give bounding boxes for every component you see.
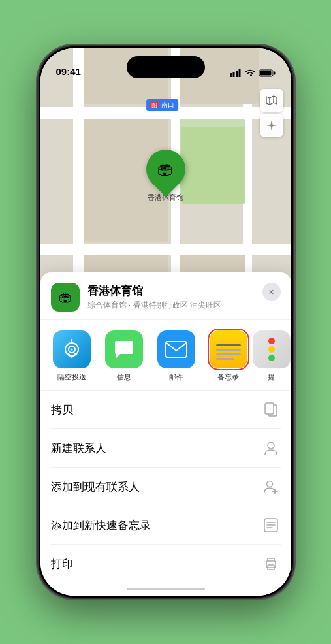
share-row: 隔空投送 信息 [40, 320, 291, 391]
action-list: 拷贝 新建联系人 [40, 391, 291, 583]
stadium-pin[interactable]: 🏟 香港体育馆 [146, 150, 185, 202]
bottom-sheet: 🏟 香港体育馆 综合体育馆 · 香港特别行政区 油尖旺区 × [40, 272, 291, 596]
print-icon [264, 557, 278, 570]
notes-label: 备忘录 [217, 372, 239, 382]
action-item-copy[interactable]: 拷贝 [51, 391, 281, 429]
mail-label: 邮件 [169, 372, 183, 382]
copy-label: 拷贝 [51, 402, 73, 417]
svg-rect-0 [230, 73, 232, 77]
sheet-header: 🏟 香港体育馆 综合体育馆 · 香港特别行政区 油尖旺区 × [40, 272, 291, 320]
status-time: 09:41 [56, 66, 81, 78]
dot-yellow [268, 346, 275, 353]
home-indicator [127, 588, 205, 590]
person-icon [264, 440, 278, 456]
add-to-notes-label: 添加到新快速备忘录 [51, 518, 151, 533]
more-icon [253, 330, 291, 368]
status-icons [230, 69, 276, 78]
share-item-mail[interactable]: 邮件 [153, 330, 200, 382]
location-button[interactable] [260, 114, 283, 137]
notes-lines-graphic [216, 339, 241, 360]
quick-note-icon-wrap [261, 515, 281, 535]
venue-icon: 🏟 [51, 283, 80, 312]
person-add-icon-wrap [261, 477, 281, 496]
share-item-more[interactable]: 提 [257, 330, 286, 382]
action-item-add-to-notes[interactable]: 添加到新快速备忘录 [51, 506, 281, 545]
svg-rect-2 [236, 71, 238, 77]
print-label: 打印 [51, 556, 73, 572]
close-button[interactable]: × [262, 283, 281, 301]
copy-icon-wrap [261, 400, 281, 419]
share-item-notes[interactable]: 备忘录 [205, 330, 252, 382]
stadium-icon: 🏟 [157, 159, 174, 180]
add-to-contact-label: 添加到现有联系人 [51, 479, 140, 494]
quick-note-icon [264, 518, 278, 532]
airdrop-label: 隔空投送 [57, 372, 86, 382]
print-icon-wrap [261, 554, 281, 573]
person-add-icon [263, 479, 279, 494]
mail-icon [157, 330, 195, 368]
svg-rect-1 [232, 72, 234, 77]
signal-icon [230, 69, 241, 77]
svg-point-14 [268, 442, 274, 449]
new-contact-label: 新建联系人 [51, 441, 106, 456]
venue-description: 综合体育馆 · 香港特别行政区 油尖旺区 [87, 300, 281, 311]
wifi-icon [245, 69, 255, 77]
compass-icon [266, 120, 277, 131]
copy-icon [264, 402, 278, 417]
svg-rect-5 [274, 72, 276, 75]
more-colors [268, 331, 275, 368]
svg-rect-3 [238, 69, 240, 77]
pin-marker: 🏟 [138, 142, 193, 197]
dynamic-island [127, 56, 205, 78]
action-item-print[interactable]: 打印 [51, 545, 281, 583]
svg-rect-6 [260, 71, 271, 76]
airdrop-icon [53, 330, 91, 368]
mail-symbol [165, 341, 187, 358]
message-icon [105, 330, 143, 368]
person-icon-wrap [261, 438, 281, 458]
airdrop-symbol [61, 339, 82, 360]
phone-screen: 09:41 [40, 48, 291, 596]
message-symbol [114, 340, 134, 359]
share-item-message[interactable]: 信息 [101, 330, 148, 382]
venue-info: 香港体育馆 综合体育馆 · 香港特别行政区 油尖旺区 [87, 283, 281, 311]
svg-point-15 [266, 481, 272, 487]
share-item-airdrop[interactable]: 隔空投送 [48, 330, 95, 382]
action-item-add-to-contact[interactable]: 添加到现有联系人 [51, 468, 281, 506]
svg-rect-13 [265, 403, 274, 414]
svg-point-9 [71, 349, 72, 351]
map-location-label: 图 南口 [146, 99, 179, 111]
message-label: 信息 [117, 372, 131, 382]
dot-red [268, 338, 275, 344]
dot-green [268, 355, 275, 361]
venue-name: 香港体育馆 [87, 283, 281, 298]
notes-icon [210, 330, 247, 368]
svg-rect-11 [166, 342, 187, 357]
battery-icon [259, 69, 276, 77]
phone-frame: 09:41 [39, 46, 293, 598]
map-type-icon [265, 94, 278, 107]
map-type-button[interactable] [260, 89, 283, 112]
action-item-new-contact[interactable]: 新建联系人 [51, 429, 281, 468]
map-controls [260, 89, 283, 137]
more-label: 提 [268, 372, 275, 382]
